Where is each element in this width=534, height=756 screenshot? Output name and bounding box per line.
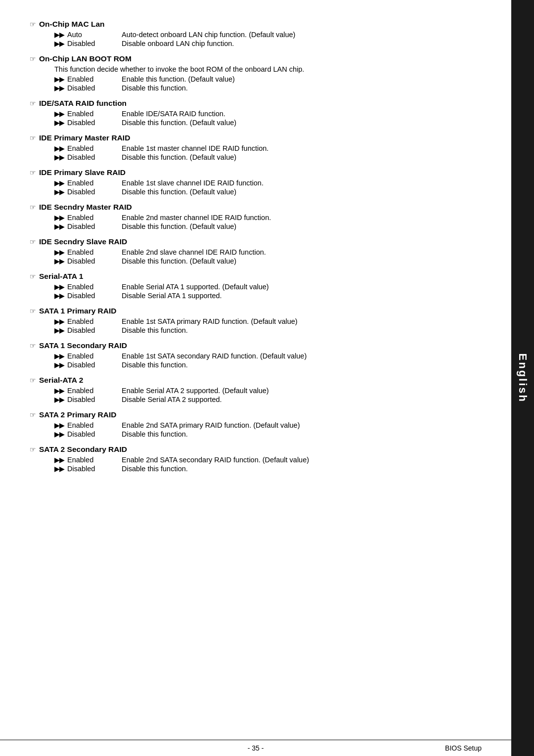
option-bullet-icon: ▶▶ — [54, 31, 64, 39]
option-bullet-icon: ▶▶ — [54, 361, 64, 369]
option-row: ▶▶EnabledEnable 2nd slave channel IDE RA… — [54, 248, 472, 256]
option-key: Enabled — [67, 317, 122, 325]
option-key: Disabled — [67, 292, 122, 300]
footer: - 35 - BIOS Setup — [0, 740, 511, 756]
option-key: Enabled — [67, 179, 122, 187]
section-ide-secndry-slave-raid: ☞IDE Secndry Slave RAID▶▶EnabledEnable 2… — [30, 237, 472, 265]
footer-page: - 35 - — [248, 744, 264, 752]
option-key: Enabled — [67, 214, 122, 222]
section-title-ide-primary-master-raid: ☞IDE Primary Master RAID — [30, 133, 472, 142]
option-bullet-icon: ▶▶ — [54, 292, 64, 300]
option-row: ▶▶EnabledEnable 2nd master channel IDE R… — [54, 214, 472, 222]
option-description: Disable onboard LAN chip function. — [122, 40, 234, 47]
option-description: Disable this function. — [122, 84, 188, 92]
section-ide-primary-master-raid: ☞IDE Primary Master RAID▶▶EnabledEnable … — [30, 133, 472, 161]
option-row: ▶▶DisabledDisable Serial ATA 2 supported… — [54, 396, 472, 403]
option-bullet-icon: ▶▶ — [54, 327, 64, 334]
option-key: Disabled — [67, 361, 122, 369]
option-bullet-icon: ▶▶ — [54, 396, 64, 403]
option-key: Enabled — [67, 75, 122, 83]
option-bullet-icon: ▶▶ — [54, 179, 64, 187]
option-key: Disabled — [67, 153, 122, 161]
option-description: Disable Serial ATA 1 supported. — [122, 292, 222, 300]
section-icon: ☞ — [30, 20, 36, 28]
section-icon: ☞ — [30, 203, 36, 211]
section-title-on-chip-mac-lan: ☞On-Chip MAC Lan — [30, 20, 472, 29]
option-bullet-icon: ▶▶ — [54, 214, 64, 222]
section-icon: ☞ — [30, 99, 36, 107]
option-row: ▶▶EnabledEnable 1st SATA primary RAID fu… — [54, 317, 472, 325]
section-ide-secndry-master-raid: ☞IDE Secndry Master RAID▶▶EnabledEnable … — [30, 203, 472, 230]
section-title-serial-ata-2: ☞Serial-ATA 2 — [30, 376, 472, 385]
option-description: Disable this function. (Default value) — [122, 222, 236, 230]
section-serial-ata-2: ☞Serial-ATA 2▶▶EnabledEnable Serial ATA … — [30, 376, 472, 403]
section-ide-sata-raid-function: ☞IDE/SATA RAID function▶▶EnabledEnable I… — [30, 99, 472, 127]
main-content: ☞On-Chip MAC Lan▶▶AutoAuto-detect onboar… — [0, 0, 511, 756]
page-container: ☞On-Chip MAC Lan▶▶AutoAuto-detect onboar… — [0, 0, 534, 756]
section-on-chip-mac-lan: ☞On-Chip MAC Lan▶▶AutoAuto-detect onboar… — [30, 20, 472, 47]
option-bullet-icon: ▶▶ — [54, 154, 64, 161]
option-description: Enable IDE/SATA RAID function. — [122, 110, 225, 118]
option-bullet-icon: ▶▶ — [54, 145, 64, 152]
option-row: ▶▶EnabledEnable this function. (Default … — [54, 75, 472, 83]
option-row: ▶▶EnabledEnable Serial ATA 2 supported. … — [54, 387, 472, 395]
option-description: Auto-detect onboard LAN chip function. (… — [122, 31, 295, 39]
sections-container: ☞On-Chip MAC Lan▶▶AutoAuto-detect onboar… — [30, 20, 472, 473]
section-icon: ☞ — [30, 272, 36, 280]
section-title-text: SATA 1 Secondary RAID — [39, 341, 127, 350]
section-title-text: Serial-ATA 1 — [39, 272, 83, 281]
option-row: ▶▶DisabledDisable this function. — [54, 361, 472, 369]
option-bullet-icon: ▶▶ — [54, 40, 64, 47]
option-description: Enable 1st SATA primary RAID function. (… — [122, 317, 298, 325]
option-description: Disable this function. — [122, 361, 188, 369]
option-row: ▶▶DisabledDisable this function. — [54, 326, 472, 334]
option-description: Enable 1st slave channel IDE RAID functi… — [122, 179, 264, 187]
option-description: Enable this function. (Default value) — [122, 75, 235, 83]
option-key: Disabled — [67, 326, 122, 334]
option-row: ▶▶EnabledEnable 1st master channel IDE R… — [54, 144, 472, 152]
section-title-sata-2-primary-raid: ☞SATA 2 Primary RAID — [30, 410, 472, 419]
section-title-ide-sata-raid-function: ☞IDE/SATA RAID function — [30, 99, 472, 108]
option-bullet-icon: ▶▶ — [54, 387, 64, 395]
option-description: Disable this function. — [122, 465, 188, 473]
option-key: Enabled — [67, 144, 122, 152]
option-row: ▶▶EnabledEnable 1st SATA secondary RAID … — [54, 352, 472, 360]
option-description: Enable 1st SATA secondary RAID function.… — [122, 352, 307, 360]
option-row: ▶▶DisabledDisable onboard LAN chip funct… — [54, 40, 472, 47]
section-title-sata-1-primary-raid: ☞SATA 1 Primary RAID — [30, 307, 472, 315]
section-title-sata-2-secondary-raid: ☞SATA 2 Secondary RAID — [30, 445, 472, 454]
option-key: Enabled — [67, 283, 122, 291]
option-row: ▶▶DisabledDisable this function. (Defaul… — [54, 119, 472, 127]
option-bullet-icon: ▶▶ — [54, 76, 64, 83]
section-sata-1-secondary-raid: ☞SATA 1 Secondary RAID▶▶EnabledEnable 1s… — [30, 341, 472, 369]
option-row: ▶▶EnabledEnable Serial ATA 1 supported. … — [54, 283, 472, 291]
option-key: Disabled — [67, 430, 122, 438]
section-note: This function decide whether to invoke t… — [54, 65, 472, 73]
section-title-text: IDE Primary Master RAID — [39, 133, 130, 142]
option-description: Disable this function. (Default value) — [122, 119, 236, 127]
section-icon: ☞ — [30, 307, 36, 315]
section-title-text: SATA 2 Secondary RAID — [39, 445, 127, 454]
section-title-ide-primary-slave-raid: ☞IDE Primary Slave RAID — [30, 168, 472, 177]
option-description: Enable 2nd SATA primary RAID function. (… — [122, 421, 300, 429]
option-key: Enabled — [67, 110, 122, 118]
section-title-sata-1-secondary-raid: ☞SATA 1 Secondary RAID — [30, 341, 472, 350]
footer-right: BIOS Setup — [445, 744, 482, 752]
sidebar: English — [511, 0, 534, 756]
option-description: Disable this function. — [122, 326, 188, 334]
option-row: ▶▶AutoAuto-detect onboard LAN chip funct… — [54, 31, 472, 39]
section-sata-2-primary-raid: ☞SATA 2 Primary RAID▶▶EnabledEnable 2nd … — [30, 410, 472, 438]
option-row: ▶▶EnabledEnable IDE/SATA RAID function. — [54, 110, 472, 118]
option-bullet-icon: ▶▶ — [54, 85, 64, 92]
option-description: Enable Serial ATA 1 supported. (Default … — [122, 283, 269, 291]
section-title-ide-secndry-slave-raid: ☞IDE Secndry Slave RAID — [30, 237, 472, 246]
option-bullet-icon: ▶▶ — [54, 258, 64, 265]
option-key: Enabled — [67, 387, 122, 395]
section-icon: ☞ — [30, 342, 36, 350]
option-description: Disable this function. — [122, 430, 188, 438]
option-key: Disabled — [67, 84, 122, 92]
option-bullet-icon: ▶▶ — [54, 318, 64, 325]
section-title-text: SATA 2 Primary RAID — [39, 410, 116, 419]
section-title-text: IDE Secndry Slave RAID — [39, 237, 127, 246]
option-row: ▶▶DisabledDisable this function. — [54, 430, 472, 438]
